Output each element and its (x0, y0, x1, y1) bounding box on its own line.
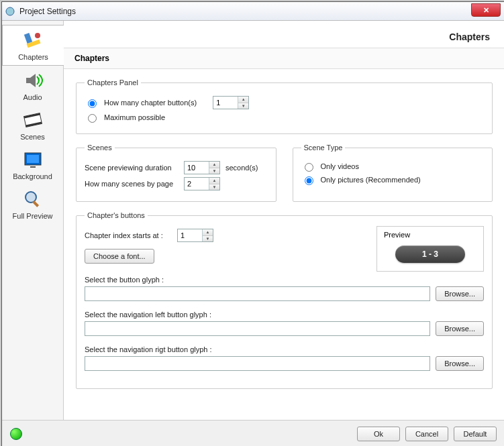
preview-box: Preview 1 - 3 (376, 226, 484, 272)
spin-up-icon[interactable]: ▲ (238, 97, 248, 103)
preview-duration-label: Scene previewing duration (85, 164, 179, 172)
only-pictures-radio[interactable] (305, 176, 313, 185)
app-icon (5, 6, 15, 17)
preview-duration-spinner[interactable]: ▲▼ (184, 161, 220, 174)
button-glyph-browse[interactable]: Browse... (436, 286, 484, 301)
svg-rect-11 (32, 201, 39, 207)
preview-label: Preview (384, 231, 476, 239)
page-title: Chapters (64, 21, 504, 48)
maximum-label: Maximum possible (104, 113, 165, 121)
svg-rect-9 (30, 166, 36, 168)
sidebar-item-chapters[interactable]: Chapters (2, 25, 64, 66)
only-videos-label: Only videos (321, 162, 359, 170)
button-glyph-label: Select the button glyph : (85, 276, 484, 284)
close-button[interactable]: ✕ (471, 3, 501, 17)
scenes-bypage-input[interactable] (185, 178, 209, 190)
sidebar-item-label: Scenes (20, 133, 45, 141)
howmany-input[interactable] (213, 97, 238, 109)
nav-right-glyph-label: Select the navigation rigt button glyph … (85, 345, 484, 353)
cancel-button[interactable]: Cancel (405, 427, 448, 441)
ok-button[interactable]: Ok (357, 427, 400, 441)
howmany-label: How many chapter button(s) (104, 99, 197, 107)
background-icon (22, 149, 44, 170)
button-glyph-input[interactable] (85, 286, 430, 301)
only-pictures-label: Only pictures (Recommended) (321, 176, 421, 184)
sidebar-item-label: Chapters (18, 53, 48, 61)
close-icon: ✕ (483, 6, 489, 15)
only-videos-radio[interactable] (305, 163, 313, 172)
nav-right-glyph-input[interactable] (85, 356, 430, 371)
nav-left-glyph-browse[interactable]: Browse... (436, 321, 484, 336)
sidebar-item-label: Full Preview (13, 212, 53, 220)
default-button[interactable]: Default (454, 427, 497, 441)
spin-down-icon[interactable]: ▼ (209, 168, 219, 174)
full-preview-icon (22, 188, 44, 210)
howmany-radio[interactable] (88, 99, 97, 108)
sidebar-item-full-preview[interactable]: Full Preview (2, 184, 63, 224)
chapters-panel-group: Chapters Panel How many chapter button(s… (76, 78, 493, 134)
chapter-buttons-legend: Chapter's buttons (85, 211, 148, 219)
status-icon[interactable] (10, 428, 22, 440)
scenes-icon (22, 109, 44, 131)
scene-type-group: Scene Type Only videos Only pictures (Re… (293, 144, 493, 202)
window-title: Project Settings (19, 7, 76, 16)
scenes-group: Scenes Scene previewing duration ▲▼ seco… (76, 144, 276, 202)
sidebar-item-label: Audio (23, 93, 42, 101)
spin-down-icon[interactable]: ▼ (209, 184, 219, 190)
preview-pill: 1 - 3 (395, 245, 465, 263)
svg-point-0 (6, 7, 14, 15)
sidebar-item-audio[interactable]: Audio (2, 66, 63, 105)
chapters-panel-legend: Chapters Panel (85, 78, 141, 87)
spin-up-icon[interactable]: ▲ (209, 162, 219, 168)
howmany-spinner[interactable]: ▲▼ (213, 96, 249, 109)
index-start-spinner[interactable]: ▲▼ (177, 229, 213, 242)
spin-up-icon[interactable]: ▲ (209, 178, 219, 184)
svg-rect-2 (23, 33, 32, 44)
footer: Ok Cancel Default (2, 420, 504, 446)
sidebar: Chapters Audio Scenes Background (2, 21, 64, 420)
section-title: Chapters (64, 48, 504, 69)
chapters-icon (23, 30, 44, 51)
seconds-label: second(s) (225, 164, 258, 172)
svg-rect-8 (27, 155, 39, 163)
index-start-label: Chapter index starts at : (85, 231, 172, 239)
main-panel: Chapters Chapters Chapters Panel How man… (64, 21, 504, 420)
choose-font-button[interactable]: Choose a font... (85, 249, 154, 264)
audio-icon (22, 70, 44, 91)
nav-left-glyph-input[interactable] (85, 321, 430, 336)
scenes-legend: Scenes (85, 144, 115, 152)
scenes-bypage-label: How many scenes by page (85, 180, 179, 188)
spin-down-icon[interactable]: ▼ (238, 103, 248, 109)
scenes-bypage-spinner[interactable]: ▲▼ (184, 177, 220, 190)
project-settings-window: Project Settings ✕ Chapters Audio (1, 1, 504, 446)
spin-up-icon[interactable]: ▲ (203, 229, 213, 236)
svg-point-3 (35, 33, 40, 38)
sidebar-item-background[interactable]: Background (2, 145, 63, 184)
sidebar-item-scenes[interactable]: Scenes (2, 105, 63, 145)
sidebar-item-label: Background (13, 172, 52, 180)
chapter-buttons-group: Chapter's buttons Chapter index starts a… (76, 211, 493, 389)
nav-right-glyph-browse[interactable]: Browse... (436, 356, 484, 371)
preview-duration-input[interactable] (185, 162, 209, 174)
spin-down-icon[interactable]: ▼ (203, 236, 213, 242)
nav-left-glyph-label: Select the navigation left button glyph … (85, 311, 484, 319)
index-start-input[interactable] (178, 229, 202, 241)
scene-type-legend: Scene Type (301, 144, 346, 152)
maximum-radio[interactable] (88, 114, 97, 123)
titlebar: Project Settings ✕ (2, 2, 504, 21)
